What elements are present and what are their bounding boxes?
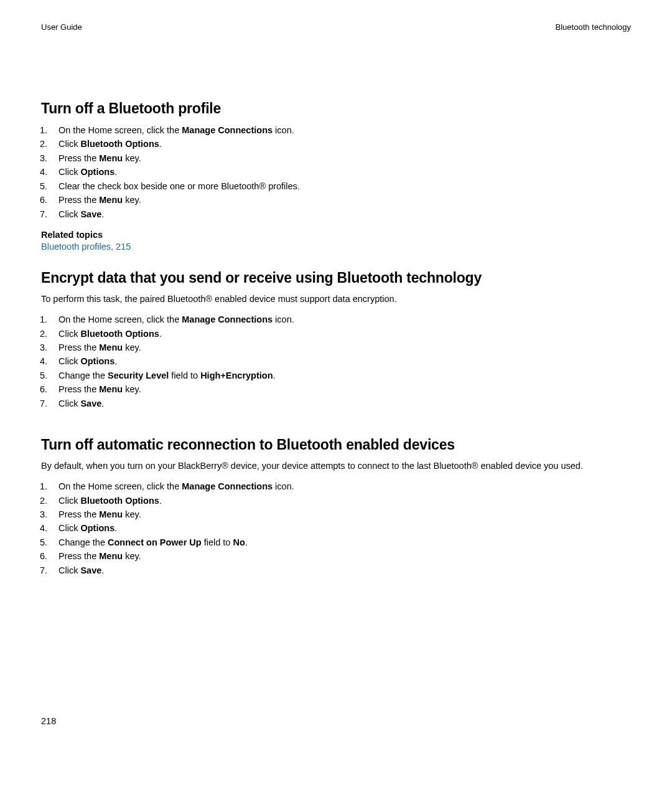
step-text: Press the bbox=[58, 551, 99, 561]
step-bold: Menu bbox=[99, 384, 123, 394]
step-text: . bbox=[101, 209, 104, 219]
step-bold: No bbox=[233, 537, 245, 547]
step-text: . bbox=[101, 565, 104, 575]
step-item: Change the Security Level field to High+… bbox=[50, 369, 631, 382]
step-bold: Connect on Power Up bbox=[108, 537, 202, 547]
step-item: Click Save. bbox=[50, 207, 631, 221]
step-text: field to bbox=[169, 370, 200, 380]
step-text: . bbox=[159, 139, 162, 149]
step-item: Press the Menu key. bbox=[50, 341, 631, 354]
step-bold: Save bbox=[80, 565, 101, 575]
step-text: . bbox=[101, 399, 104, 408]
related-topics-label: Related topics bbox=[41, 230, 631, 240]
step-bold: Bluetooth Options bbox=[80, 496, 159, 506]
step-text: key. bbox=[123, 153, 141, 163]
step-text: field to bbox=[202, 537, 233, 547]
step-text: icon. bbox=[273, 314, 294, 324]
step-bold: Save bbox=[80, 209, 101, 219]
step-text: On the Home screen, click the bbox=[58, 481, 182, 491]
step-bold: Bluetooth Options bbox=[80, 329, 159, 339]
step-item: Press the Menu key. bbox=[50, 549, 631, 563]
step-bold: Menu bbox=[99, 153, 123, 163]
page-header: User Guide Bluetooth technology bbox=[41, 22, 631, 32]
step-item: Click Options. bbox=[50, 521, 631, 535]
step-text: Click bbox=[58, 139, 80, 149]
step-text: Press the bbox=[58, 195, 99, 205]
step-bold: Bluetooth Options bbox=[80, 139, 159, 149]
step-bold: Manage Connections bbox=[182, 125, 273, 135]
step-bold: High+Encryption bbox=[200, 370, 273, 380]
step-text: Click bbox=[58, 167, 80, 177]
steps-list-1: On the Home screen, click the Manage Con… bbox=[41, 123, 631, 221]
step-bold: Security Level bbox=[108, 370, 169, 380]
section3-intro: By default, when you turn on your BlackB… bbox=[41, 460, 631, 473]
page-number: 218 bbox=[41, 716, 56, 726]
step-text: Change the bbox=[58, 370, 108, 380]
step-text: key. bbox=[123, 551, 141, 561]
step-text: . bbox=[159, 496, 162, 506]
section-heading-3: Turn off automatic reconnection to Bluet… bbox=[41, 437, 631, 453]
step-text: key. bbox=[123, 509, 141, 519]
step-text: icon. bbox=[273, 481, 294, 491]
step-text: icon. bbox=[273, 125, 294, 135]
step-text: Clear the check box beside one or more B… bbox=[58, 181, 300, 191]
step-bold: Menu bbox=[99, 195, 123, 205]
step-bold: Menu bbox=[99, 342, 123, 352]
section-heading-2: Encrypt data that you send or receive us… bbox=[41, 270, 631, 286]
step-bold: Manage Connections bbox=[182, 314, 273, 324]
step-bold: Options bbox=[80, 167, 114, 177]
steps-list-3: On the Home screen, click the Manage Con… bbox=[41, 479, 631, 577]
step-item: Click Options. bbox=[50, 165, 631, 179]
step-text: Press the bbox=[58, 342, 99, 352]
section2-intro: To perform this task, the paired Bluetoo… bbox=[41, 293, 631, 306]
step-text: . bbox=[273, 370, 276, 380]
header-right: Bluetooth technology bbox=[556, 22, 631, 32]
step-item: Change the Connect on Power Up field to … bbox=[50, 536, 631, 549]
step-item: Click Options. bbox=[50, 354, 631, 368]
step-item: Click Bluetooth Options. bbox=[50, 327, 631, 341]
step-text: Click bbox=[58, 209, 80, 219]
step-item: On the Home screen, click the Manage Con… bbox=[50, 479, 631, 493]
step-text: key. bbox=[123, 384, 141, 394]
step-text: Press the bbox=[58, 384, 99, 394]
step-bold: Options bbox=[80, 523, 114, 533]
step-item: Clear the check box beside one or more B… bbox=[50, 179, 631, 193]
step-text: Click bbox=[58, 496, 80, 506]
step-bold: Save bbox=[80, 399, 101, 408]
step-text: . bbox=[114, 523, 117, 533]
step-text: . bbox=[114, 356, 117, 366]
step-item: On the Home screen, click the Manage Con… bbox=[50, 313, 631, 326]
section-heading-1: Turn off a Bluetooth profile bbox=[41, 100, 631, 117]
step-text: . bbox=[114, 167, 117, 177]
step-text: Click bbox=[58, 356, 80, 366]
step-item: Press the Menu key. bbox=[50, 193, 631, 207]
step-text: Click bbox=[58, 329, 80, 339]
step-text: On the Home screen, click the bbox=[58, 125, 182, 135]
step-item: Press the Menu key. bbox=[50, 151, 631, 165]
step-text: Click bbox=[58, 399, 80, 408]
step-bold: Options bbox=[80, 356, 114, 366]
step-item: Click Bluetooth Options. bbox=[50, 137, 631, 151]
step-text: Change the bbox=[58, 537, 108, 547]
step-item: Press the Menu key. bbox=[50, 382, 631, 396]
step-text: . bbox=[159, 329, 162, 339]
step-text: Press the bbox=[58, 509, 99, 519]
step-text: key. bbox=[123, 342, 141, 352]
step-text: Click bbox=[58, 523, 80, 533]
step-text: key. bbox=[123, 195, 141, 205]
step-bold: Menu bbox=[99, 551, 123, 561]
step-item: Click Save. bbox=[50, 564, 631, 577]
step-item: Press the Menu key. bbox=[50, 507, 631, 521]
step-text: Press the bbox=[58, 153, 99, 163]
step-item: On the Home screen, click the Manage Con… bbox=[50, 123, 631, 137]
step-item: Click Bluetooth Options. bbox=[50, 494, 631, 507]
step-text: On the Home screen, click the bbox=[58, 314, 182, 324]
step-bold: Manage Connections bbox=[182, 481, 273, 491]
related-topics-link[interactable]: Bluetooth profiles, 215 bbox=[41, 242, 131, 252]
step-text: Click bbox=[58, 565, 80, 575]
step-item: Click Save. bbox=[50, 397, 631, 410]
step-bold: Menu bbox=[99, 509, 123, 519]
steps-list-2: On the Home screen, click the Manage Con… bbox=[41, 313, 631, 410]
header-left: User Guide bbox=[41, 22, 82, 32]
document-page: User Guide Bluetooth technology Turn off… bbox=[0, 0, 672, 807]
